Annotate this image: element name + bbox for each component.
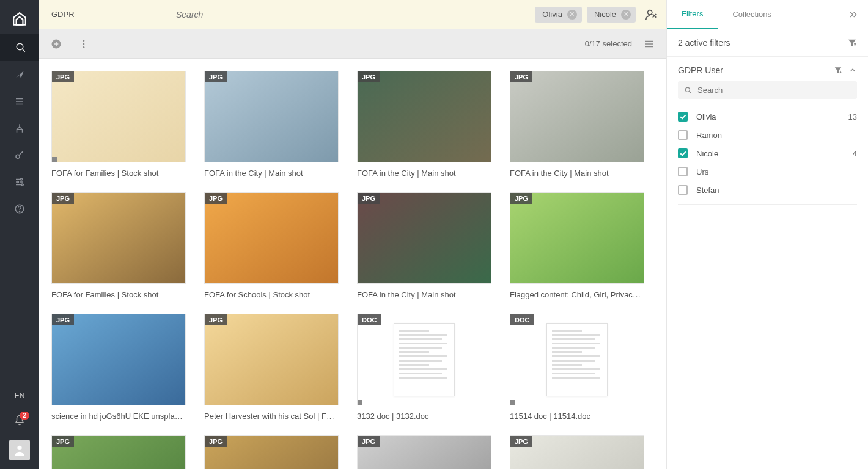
rail-key-icon[interactable] — [0, 142, 39, 169]
asset-card[interactable]: JPGFOFA in the City | Main shot — [357, 71, 491, 178]
filter-option-label: Ramon — [696, 131, 857, 140]
search-input[interactable] — [167, 10, 535, 20]
asset-card[interactable]: JPG — [510, 435, 644, 469]
filetype-badge: JPG — [205, 436, 227, 447]
right-panel-tabs: Filters Collections — [667, 0, 868, 29]
asset-thumbnail[interactable]: JPG — [204, 435, 339, 469]
asset-thumbnail[interactable]: JPG — [51, 435, 186, 469]
asset-thumbnail[interactable]: JPG — [510, 435, 644, 469]
filter-section-title: GDPR User — [678, 65, 828, 75]
rail-help-icon[interactable] — [0, 195, 39, 222]
filter-option[interactable]: Urs — [678, 162, 857, 181]
checkbox[interactable] — [678, 185, 688, 195]
collapse-section-icon[interactable] — [848, 66, 857, 75]
notifications-button[interactable]: 2 — [0, 407, 39, 434]
asset-card[interactable]: DOC11514 doc | 11514.doc — [510, 314, 644, 421]
search-bar: GDPR Olivia✕Nicole✕ — [39, 0, 666, 29]
view-options-button[interactable] — [641, 35, 658, 53]
svg-point-11 — [83, 43, 85, 45]
asset-card[interactable]: JPG — [204, 435, 339, 469]
add-button[interactable] — [48, 35, 65, 53]
asset-title: FOFA in the City | Main shot — [357, 169, 491, 178]
filetype-badge: DOC — [358, 314, 381, 325]
asset-thumbnail[interactable]: JPG — [357, 192, 491, 284]
asset-thumbnail[interactable]: JPG — [510, 71, 644, 162]
asset-thumbnail[interactable]: DOC — [510, 314, 644, 405]
asset-card[interactable]: JPGFOFA in the City | Main shot — [357, 192, 491, 299]
filetype-badge: JPG — [358, 71, 380, 82]
filter-option[interactable]: Stefan — [678, 181, 857, 199]
rail-sliders-icon[interactable] — [0, 169, 39, 195]
filetype-badge: JPG — [52, 71, 74, 82]
tab-filters[interactable]: Filters — [667, 0, 718, 29]
asset-thumbnail[interactable]: JPG — [357, 71, 491, 162]
filter-option[interactable]: Olivia13 — [678, 107, 857, 126]
filetype-badge: JPG — [52, 314, 74, 325]
asset-card[interactable]: JPGFOFA in the City | Main shot — [204, 71, 339, 178]
asset-thumbnail[interactable]: JPG — [51, 71, 186, 162]
rail-list-icon[interactable] — [0, 88, 39, 115]
asset-card[interactable]: JPGFOFA in the City | Main shot — [510, 71, 644, 178]
clear-filters-icon[interactable] — [847, 38, 857, 48]
filetype-badge: JPG — [510, 436, 532, 447]
asset-card[interactable]: DOC3132 doc | 3132.doc — [357, 314, 491, 421]
filetype-badge: JPG — [205, 193, 227, 204]
nav-rail: EN 2 — [0, 0, 39, 469]
asset-card[interactable]: JPGPeter Harvester with his cat Sol | FO… — [204, 314, 339, 421]
asset-card[interactable]: JPGFOFA for Schools | Stock shot — [204, 192, 339, 299]
asset-thumbnail[interactable]: JPG — [51, 192, 186, 284]
checkbox[interactable] — [678, 112, 688, 122]
svg-point-12 — [83, 46, 85, 48]
asset-thumbnail[interactable]: JPG — [204, 71, 339, 162]
filter-chip[interactable]: Nicole✕ — [587, 7, 636, 23]
panel-collapse-icon[interactable] — [841, 10, 866, 20]
checkbox[interactable] — [678, 148, 688, 158]
asset-card[interactable]: JPGscience in hd joGs6hU EKE unsplash… — [51, 314, 186, 421]
clear-section-icon[interactable] — [834, 66, 842, 75]
checkbox[interactable] — [678, 167, 688, 176]
chip-remove-icon[interactable]: ✕ — [621, 10, 631, 20]
tab-collections[interactable]: Collections — [718, 0, 786, 29]
asset-thumbnail[interactable]: JPG — [357, 435, 491, 469]
rail-tree-icon[interactable] — [0, 115, 39, 142]
filter-option[interactable]: Ramon — [678, 126, 857, 144]
asset-card[interactable]: JPGFOFA for Families | Stock shot — [51, 71, 186, 178]
asset-thumbnail[interactable]: DOC — [357, 314, 491, 405]
asset-title: FOFA in the City | Main shot — [204, 169, 339, 178]
svg-point-7 — [17, 446, 21, 450]
asset-title: 3132 doc | 3132.doc — [357, 412, 491, 421]
filter-option-count: 13 — [848, 112, 857, 122]
chip-remove-icon[interactable]: ✕ — [567, 10, 577, 20]
selection-count: 0/17 selected — [585, 39, 632, 48]
svg-point-13 — [685, 87, 690, 92]
filter-section-gdpr-user: GDPR User Olivia13RamonNicole4UrsStefan — [667, 57, 868, 211]
language-switcher[interactable]: EN — [15, 385, 25, 407]
asset-card[interactable]: JPGFlagged content: Child, Girl, Privacy… — [510, 192, 644, 299]
rail-share-icon[interactable] — [0, 61, 39, 88]
filter-chip[interactable]: Olivia✕ — [535, 7, 582, 23]
filter-search-input[interactable] — [697, 85, 851, 95]
asset-thumbnail[interactable]: JPG — [51, 314, 186, 405]
asset-card[interactable]: JPGFOFA for Families | Stock shot — [51, 192, 186, 299]
asset-card[interactable]: JPG — [51, 435, 186, 469]
user-filter-icon[interactable] — [642, 5, 660, 24]
asset-thumbnail[interactable]: JPG — [204, 314, 339, 405]
asset-title: 11514 doc | 11514.doc — [510, 412, 644, 421]
user-avatar[interactable] — [9, 440, 30, 460]
filetype-badge: JPG — [510, 71, 532, 82]
asset-title: FOFA for Schools | Stock shot — [204, 290, 339, 299]
asset-card[interactable]: JPG — [357, 435, 491, 469]
svg-point-0 — [17, 43, 23, 50]
filetype-badge: JPG — [205, 314, 227, 325]
filter-search[interactable] — [678, 81, 857, 99]
asset-thumbnail[interactable]: JPG — [510, 192, 644, 284]
checkbox[interactable] — [678, 130, 688, 140]
active-filters-label: 2 active filters — [678, 38, 841, 48]
more-menu-button[interactable] — [75, 35, 92, 53]
rail-search-icon[interactable] — [0, 34, 39, 61]
asset-thumbnail[interactable]: JPG — [204, 192, 339, 284]
asset-title: science in hd joGs6hU EKE unsplash… — [51, 412, 186, 421]
filter-option[interactable]: Nicole4 — [678, 144, 857, 162]
asset-title: FOFA for Families | Stock shot — [51, 169, 186, 178]
filter-option-count: 4 — [853, 149, 857, 158]
